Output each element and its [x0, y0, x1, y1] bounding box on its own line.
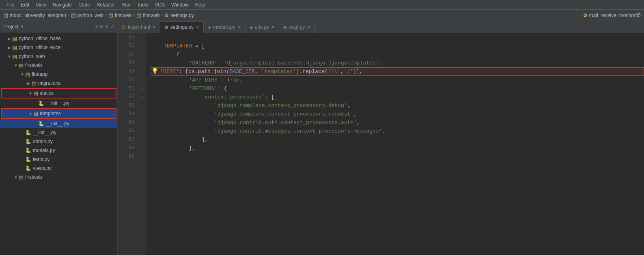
line-num-59: 59 [118, 67, 134, 76]
tab-close-icon[interactable]: ✕ [237, 25, 241, 30]
sidebar-item-models[interactable]: ▶ 🐍 models.py [0, 146, 117, 155]
menu-tools[interactable]: Tools [134, 0, 151, 10]
menu-window[interactable]: Window [168, 0, 192, 10]
menu-file[interactable]: File [3, 0, 17, 10]
sidebar-item-init-templates[interactable]: ▶ 🐍 __init__.py [0, 119, 117, 128]
tree-arrow-icon: ▼ [28, 111, 33, 116]
menu-bar: File Edit View Navigate Code Refactor Ru… [0, 0, 644, 10]
code-line-58: 'BACKEND': 'django.template.backends.dja… [151, 59, 644, 67]
dropdown-arrow-icon[interactable]: ▼ [20, 24, 24, 29]
line-num-60: 60 [118, 76, 134, 84]
file-icon: 🐍 [25, 148, 31, 153]
tree-arrow-icon: ▼ [28, 91, 33, 96]
sidebar-item-python-office-excel[interactable]: ▶ ▤ python_office_excel [0, 43, 117, 52]
folder-icon: ▤ [19, 174, 24, 180]
tab-settings-py[interactable]: ⚙ settings.py ✕ [160, 21, 204, 33]
tree-arrow-icon: ▼ [13, 63, 19, 68]
folder-icon: ▤ [19, 62, 24, 69]
statics-red-border: ▼ ▤ statics [1, 88, 116, 99]
sidebar-item-firstweb[interactable]: ▼ ▤ firstweb [0, 61, 117, 70]
code-content[interactable]: TEMPLATES = [ { 'BACKEND': 'django.templ… [146, 33, 644, 255]
model-icon: ◈ [208, 25, 211, 30]
folder-icon: ▤ [25, 71, 30, 77]
folder-icon: ▤ [108, 12, 113, 18]
tab-close-icon[interactable]: ✕ [307, 25, 310, 30]
breadcrumb-label: firstweb [115, 13, 131, 18]
tree-arrow-icon: ▼ [13, 175, 19, 180]
menu-help[interactable]: Help [192, 0, 209, 10]
line-num-64: 64 [118, 110, 134, 118]
sidebar-item-admin[interactable]: ▶ 🐍 admin.py [0, 137, 117, 146]
tab-close-icon[interactable]: ✕ [196, 25, 199, 30]
tree-arrow-icon: ▼ [6, 54, 12, 59]
menu-edit[interactable]: Edit [17, 0, 32, 10]
line-num-66: 66 [118, 127, 134, 135]
code-line-59: 💡 'DIRS': [os.path.join(BASE_DIR, 'templ… [151, 67, 644, 76]
tab-close-icon[interactable]: ✕ [271, 25, 275, 30]
code-line-66: 'django.contrib.messages.context_process… [151, 127, 644, 135]
sidebar-item-migrations[interactable]: ▶ ▤ migrations [0, 79, 117, 88]
tab-models-py[interactable]: ◈ models.py ✕ [204, 21, 246, 33]
sidebar-item-init-firstapp[interactable]: ▶ 🐍 __init__.py [0, 128, 117, 137]
tab-wsgi-py[interactable]: ◈ wsgi.py ✕ [279, 21, 315, 33]
file-icon: 🐍 [25, 139, 31, 144]
templates-red-border: ▼ ▤ templates [1, 108, 116, 119]
line-num-67: 67 [118, 135, 134, 144]
sidebar-item-python-web[interactable]: ▼ ▤ python_web [0, 52, 117, 61]
code-line-68: }, [151, 144, 644, 152]
folder-icon: ▤ [12, 54, 17, 60]
menu-navigate[interactable]: Navigate [50, 0, 75, 10]
breadcrumb-label: python_web [78, 13, 104, 18]
code-line-62: 'context_processors': [ [151, 93, 644, 101]
code-line-65: 'django.contrib.auth.context_processors.… [151, 118, 644, 127]
locate-icon[interactable]: ◎ [95, 24, 98, 29]
settings-icon: ⚙ [164, 13, 169, 18]
tab-label: wsgi.py [289, 24, 305, 30]
folder-icon: ▤ [12, 45, 17, 51]
menu-vcs[interactable]: VCS [151, 0, 168, 10]
settings-icon[interactable]: ⚙ [105, 24, 108, 29]
tabs-bar: ⬡ index.html ✕ ⚙ settings.py ✕ ◈ models.… [118, 21, 644, 33]
lightbulb-icon[interactable]: 💡 [151, 67, 158, 76]
file-icon: 🐍 [38, 101, 44, 106]
html-icon: ⬡ [122, 25, 126, 30]
sidebar-item-firstapp[interactable]: ▼ ▤ firstapp [0, 70, 117, 79]
breadcrumb-bar: ▤ mooc_uinversity_songtian › ▤ python_we… [0, 10, 644, 21]
line-num-69: 69 [118, 152, 134, 161]
code-editor[interactable]: 55 56 57 58 59 60 61 62 63 64 65 66 67 6… [118, 33, 644, 255]
menu-run[interactable]: Run [118, 0, 134, 10]
main-layout: Project ▼ ◎ ⊟ ⚙ ⤢ ▶ ▤ python_office_base… [0, 21, 644, 255]
sidebar-item-statics[interactable]: ▼ ▤ statics [2, 89, 116, 98]
file-icon: 🐍 [25, 156, 31, 162]
sidebar-item-python-office-base[interactable]: ▶ ▤ python_office_base [0, 34, 117, 43]
code-line-64: 'django.template.context_processors.requ… [151, 110, 644, 118]
breadcrumb-label: firstweb [143, 13, 159, 18]
collapse-icon[interactable]: ⊟ [100, 24, 103, 29]
tab-index-html[interactable]: ⬡ index.html ✕ [118, 21, 160, 33]
sidebar-item-tests[interactable]: ▶ 🐍 tests.py [0, 155, 117, 164]
tab-urls-py[interactable]: ◈ urls.py ✕ [246, 21, 279, 33]
folder-icon: ▤ [71, 12, 76, 18]
file-icon: 🐍 [25, 130, 31, 135]
line-num-56: 56 [118, 42, 134, 50]
tab-close-icon[interactable]: ✕ [152, 25, 156, 30]
sidebar-item-templates[interactable]: ▼ ▤ templates [2, 109, 116, 118]
sidebar-item-views[interactable]: ▶ 🐍 views.py [0, 164, 117, 173]
breadcrumb-project: ▤ mooc_uinversity_songtian [3, 12, 66, 18]
code-line-69 [151, 152, 644, 161]
right-tab: ⚙ mail_receive_monitor05 [583, 13, 641, 18]
tree-arrow-icon: ▶ [26, 81, 32, 86]
tree-arrow-icon: ▶ [6, 45, 12, 50]
code-line-57: { [151, 50, 644, 59]
tab-label: index.html [128, 24, 150, 30]
folder-icon: ▤ [33, 90, 38, 96]
menu-refactor[interactable]: Refactor [93, 0, 118, 10]
menu-code[interactable]: Code [75, 0, 93, 10]
expand-icon[interactable]: ⤢ [110, 24, 114, 29]
menu-view[interactable]: View [32, 0, 50, 10]
sidebar: Project ▼ ◎ ⊟ ⚙ ⤢ ▶ ▤ python_office_base… [0, 21, 118, 255]
sidebar-item-init-statics[interactable]: ▶ 🐍 __init__.py [0, 99, 117, 108]
tab-label: urls.py [255, 24, 269, 30]
file-icon: 🐍 [38, 121, 44, 126]
sidebar-item-firstweb2[interactable]: ▼ ▤ firstweb [0, 173, 117, 182]
